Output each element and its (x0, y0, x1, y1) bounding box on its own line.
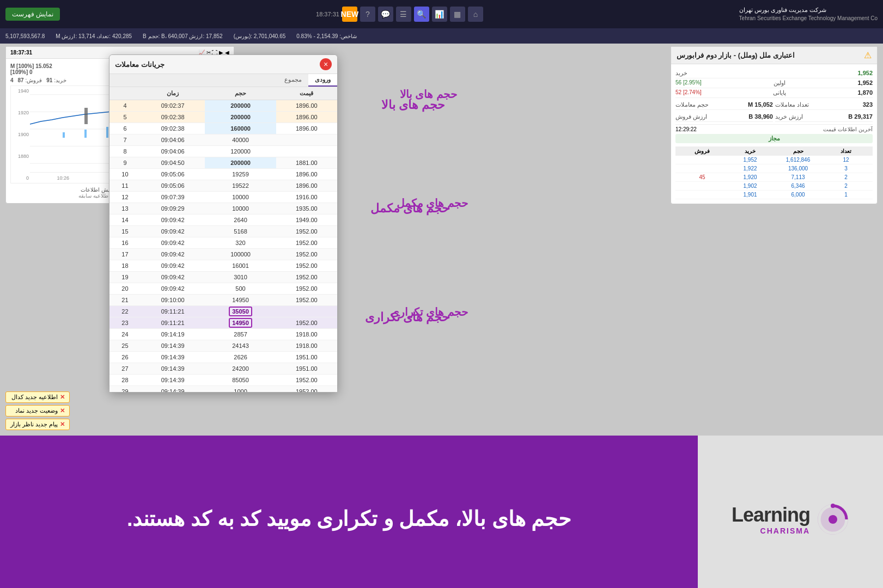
tagline-text: حجم های بالا، مکمل و تکراری مویید کد به … (127, 505, 571, 534)
notif-text-1: اطلاعیه جدید کدال (11, 394, 58, 401)
ob-row-4: 2 6,346 1,902 (675, 182, 873, 191)
price-4: 1896.00 (276, 100, 337, 112)
modal-tabs: ورودی مجموع (109, 74, 337, 87)
first-label: اولین (774, 79, 785, 87)
vol-23: 14950 (205, 317, 276, 329)
ob-row-3: 2 7,113 1,920 45 (675, 173, 873, 182)
time-4: 09:02:37 (141, 100, 205, 112)
num-20: 20 (109, 283, 141, 295)
num-12: 12 (109, 192, 141, 203)
ob-col-vol: حجم (774, 148, 822, 154)
time-23: 09:11:21 (141, 317, 205, 329)
trade-count-label: تعداد معاملات (775, 101, 809, 108)
svg-rect-9 (106, 127, 108, 138)
info-label: اطلاعیه (93, 193, 110, 199)
price-14: 1949.00 (276, 215, 337, 226)
chat-icon[interactable]: 💬 (378, 7, 393, 22)
chart-icon[interactable]: 📊 (432, 7, 447, 22)
ob-count-2: 3 (822, 166, 870, 171)
vol-11: 19522 (205, 180, 276, 192)
time-16: 09:09:42 (141, 237, 205, 249)
time-12: 09:07:39 (141, 192, 205, 203)
notif-close-1[interactable]: ✕ (60, 394, 65, 401)
logo-learning-text: Learning (732, 504, 810, 526)
col-time: زمان (141, 87, 205, 100)
vol-12: 10000 (205, 192, 276, 203)
ob-sell-3: 45 (678, 174, 726, 180)
num-8: 8 (109, 146, 141, 157)
notif-3[interactable]: ✕ پیام جدید ناظر بازار (5, 419, 70, 430)
help-icon[interactable]: ? (360, 7, 375, 22)
y-label-3: 1920 (12, 110, 29, 115)
vol-26: 2626 (205, 352, 276, 363)
company-info: شرکت مدیریت فناوری بورس تهران Tehran Sec… (739, 6, 878, 22)
stock-name: اعتباری ملل (وملل) - بازار دوم فرابورس (677, 51, 795, 59)
list-icon[interactable]: ☰ (396, 7, 411, 22)
stock-first-row: 1,952 اولین [2.95%] 56 (675, 78, 873, 88)
time-27: 09:14:39 (141, 363, 205, 375)
notif-2[interactable]: ✕ وضعیت جدید نماد (5, 405, 70, 416)
price-17: 1952.00 (276, 249, 337, 260)
show-list-button[interactable]: نمایش فهرست (5, 8, 60, 21)
chart-stat-total: 15.052 M [100%] (10, 63, 52, 69)
toolbar: ⌂ ▦ 📊 🔍 ☰ 💬 ? NEW 18:37:31 (316, 7, 483, 22)
ob-sell-2 (678, 166, 726, 171)
tab-input[interactable]: ورودی (308, 74, 337, 87)
ob-header: تعداد حجم خرید فروش (675, 146, 873, 156)
table-row: 1952.00 320 09:09:42 16 (109, 237, 337, 249)
notif-close-3[interactable]: ✕ (60, 421, 65, 428)
svg-rect-5 (84, 108, 88, 124)
price-7 (276, 134, 337, 146)
label-high-vol: حجم های بالا (381, 98, 445, 112)
time-24: 09:14:19 (141, 329, 205, 340)
vol-16: 320 (205, 237, 276, 249)
buy-change: [2.95%] 56 (675, 79, 702, 87)
vol-10: 19259 (205, 169, 276, 180)
svg-point-12 (829, 515, 837, 524)
y-label-0: 0 (12, 175, 29, 181)
ob-buy-3: 1,920 (726, 174, 774, 180)
price-29: 1952.00 (276, 386, 337, 393)
svg-rect-7 (63, 132, 65, 138)
vol-14: 2640 (205, 215, 276, 226)
table-row: 1952.00 14950 09:11:21 23 (109, 317, 337, 329)
notif-close-2[interactable]: ✕ (60, 407, 65, 414)
price-24: 1918.00 (276, 329, 337, 340)
notif-1[interactable]: ✕ اطلاعیه جدید کدال (5, 391, 70, 403)
time-9: 09:04:50 (141, 157, 205, 169)
company-name-en: Tehran Securities Exchange Technology Ma… (739, 15, 878, 22)
modal-body[interactable]: قیمت حجم زمان 1896.00 200000 09:02:37 4 … (109, 87, 337, 392)
tab-total[interactable]: مجموع (278, 74, 308, 87)
num-21: 21 (109, 295, 141, 306)
ob-buy-2: 1,922 (726, 166, 774, 171)
num-25: 25 (109, 340, 141, 352)
modal-close-button[interactable]: × (320, 58, 332, 70)
ob-sell-5 (678, 192, 726, 198)
table-row: 1951.00 24200 09:14:39 27 (109, 363, 337, 375)
num-22: 22 (109, 306, 141, 317)
ob-row-2: 3 136,000 1,922 (675, 164, 873, 173)
grid-icon[interactable]: ▦ (450, 7, 465, 22)
search-icon[interactable]: 🔍 (414, 7, 429, 22)
trade-vol-label: حجم معاملات (675, 101, 709, 108)
num-23: 23 (109, 317, 141, 329)
price-11: 1896.00 (276, 180, 337, 192)
ob-count-5: 1 (822, 192, 870, 198)
ob-col-buy: خرید (726, 148, 774, 154)
price-22 (276, 306, 337, 317)
ob-buy-1: 1,952 (726, 157, 774, 163)
ob-count-3: 2 (822, 174, 870, 180)
buy-price: 1,952 (857, 70, 873, 77)
new-icon[interactable]: NEW (342, 7, 357, 22)
vol-19: 3010 (205, 272, 276, 283)
vol-28: 85050 (205, 375, 276, 386)
table-row: 1952.00 500 09:09:42 20 (109, 283, 337, 295)
x-label-3: 10:26 (57, 175, 70, 181)
annotation-repeat: حجم های تکراری (391, 305, 468, 318)
last-price: 1,870 (857, 89, 873, 96)
home-icon[interactable]: ⌂ (468, 7, 483, 22)
ob-sell-4 (678, 183, 726, 189)
tagline-section: حجم های بالا، مکمل و تکراری مویید کد به … (0, 436, 698, 588)
buy-val-row: 29,317 B ارزش خرید (775, 112, 873, 122)
time-22: 09:11:21 (141, 306, 205, 317)
